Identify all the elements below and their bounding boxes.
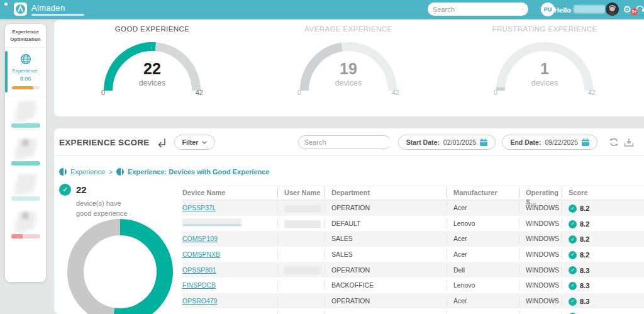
department-cell: OPERATION xyxy=(325,296,447,306)
sidebar-item-experience[interactable]: Experience: 8.06 xyxy=(5,48,46,96)
progress-bar-teal xyxy=(11,161,40,165)
table-row[interactable]: DEFAULTLenovoWINDOWS 11 ...✓8.2 xyxy=(182,216,644,232)
gauge-min: 0 xyxy=(297,89,301,96)
back-arrow-icon[interactable] xyxy=(156,137,167,148)
user-name-cell xyxy=(277,265,325,275)
brand-tagline-blurred xyxy=(31,14,84,16)
os-cell: WINDOWS 11 ... xyxy=(519,280,562,290)
support-headset-icon[interactable]: 5+ xyxy=(635,4,644,13)
device-name-blurred[interactable] xyxy=(182,218,242,226)
user-name-cell xyxy=(277,296,325,306)
score-cell: ✓ xyxy=(562,311,644,314)
header-divider xyxy=(54,155,644,156)
user-name-cell xyxy=(277,218,325,228)
manufacturer-cell: Acer xyxy=(447,203,519,213)
corner-dot xyxy=(4,3,8,6)
filter-button[interactable]: Filter xyxy=(174,135,216,150)
device-link[interactable]: OPSRO479 xyxy=(182,297,217,305)
end-date-picker[interactable]: End Date: 09/22/2025 xyxy=(502,135,597,150)
start-date-value: 02/01/2025 xyxy=(443,138,477,146)
global-search-input[interactable] xyxy=(433,6,522,13)
sidebar-item-label: Experience: xyxy=(5,67,46,75)
table-row[interactable]: COMSP109SALESAcerWINDOWS 11 ...✓8.2 xyxy=(182,231,644,247)
sidebar-item-placeholder[interactable] xyxy=(5,205,46,242)
manufacturer-cell: Dell xyxy=(447,265,519,275)
progress-bar-red xyxy=(11,234,40,238)
column-header[interactable]: Manufacturer xyxy=(447,188,519,198)
table-row[interactable]: FINSPDCBBACKOFFICELenovoWINDOWS 11 ...✓8… xyxy=(182,278,644,293)
user-name-blurred xyxy=(284,205,321,213)
table-search-input[interactable] xyxy=(304,138,394,146)
score-check-icon: ✓ xyxy=(569,205,577,213)
os-cell: WINDOWS 11 ... xyxy=(519,233,562,244)
table-row[interactable]: OPSSP801OPERATIONDellWINDOWS 11 ...✓8.3 xyxy=(182,262,644,278)
sidebar-item-placeholder[interactable] xyxy=(5,169,46,205)
gauge-value: 22 xyxy=(99,60,206,78)
manufacturer-cell: Acer xyxy=(447,249,519,259)
score-progress-bar xyxy=(12,86,40,89)
device-link[interactable]: OPSSP37L xyxy=(182,204,216,211)
blurred-icon xyxy=(18,174,34,192)
device-name-cell: COMSPNXB xyxy=(182,249,277,259)
user-name-blurred xyxy=(574,5,605,13)
sidebar-item-placeholder[interactable] xyxy=(5,96,46,132)
gauge-title: AVERAGE EXPERIENCE xyxy=(250,25,447,33)
start-date-picker[interactable]: Start Date: 02/01/2025 xyxy=(398,135,496,150)
gauge-good-experience[interactable]: GOOD EXPERIENCE 22 devices 042 xyxy=(54,20,250,116)
table-row[interactable]: COMSPNXBSALESAcerWINDOWS 11 ...✓8.2 xyxy=(182,247,644,262)
device-name-cell: OPSRO479 xyxy=(182,296,277,306)
end-date-label: End Date: xyxy=(510,138,541,146)
brand-logo[interactable]: Almaden xyxy=(14,3,84,16)
check-icon: ✓ xyxy=(59,184,71,196)
manufacturer-cell: Lenovo xyxy=(447,218,519,228)
manufacturer-cell: Acer xyxy=(447,296,519,306)
start-date-label: Start Date: xyxy=(406,138,440,146)
device-link[interactable]: OPSSP801 xyxy=(182,266,216,274)
gauge-frustrating-experience[interactable]: FRUSTRATING EXPERIENCE 1 devices 042 xyxy=(447,20,643,116)
download-icon[interactable] xyxy=(624,138,634,147)
summary-count: 22 xyxy=(76,184,87,195)
device-link[interactable]: COMSP109 xyxy=(182,235,218,242)
department-cell xyxy=(325,311,447,314)
column-header[interactable]: User Name xyxy=(277,188,325,198)
device-link[interactable]: FINSPDCB xyxy=(182,281,216,289)
gauge-average-experience[interactable]: AVERAGE EXPERIENCE 19 devices 042 xyxy=(250,20,447,116)
sidebar-item-placeholder[interactable] xyxy=(5,132,46,169)
table-row[interactable]: OPSSP37LOPERATIONAcerWINDOWS 11 ...✓8.2 xyxy=(182,200,644,216)
os-cell: WINDOWS 11 ... xyxy=(519,249,562,259)
breadcrumb-root[interactable]: Experience xyxy=(70,168,105,176)
column-header[interactable]: Operating S... xyxy=(519,188,562,198)
score-value: 8.2 xyxy=(580,205,589,213)
score-cell: ✓8.3 xyxy=(562,280,644,290)
score-check-icon: ✓ xyxy=(569,251,577,259)
device-name-cell xyxy=(182,311,277,314)
end-date-value: 09/22/2025 xyxy=(545,138,578,146)
chevron-down-icon xyxy=(202,141,207,144)
column-header[interactable]: Device Name xyxy=(182,188,277,198)
score-check-icon: ✓ xyxy=(569,266,577,274)
table-row[interactable]: OPSRO479OPERATIONAcerWINDOWS 11 ...✓8.3 xyxy=(182,293,644,309)
gauge-unit: devices xyxy=(491,79,598,87)
experience-gauges-panel: GOOD EXPERIENCE 22 devices 042 AVERAGE E… xyxy=(54,20,644,116)
gauge-unit: devices xyxy=(99,79,206,87)
gauge-title: FRUSTRATING EXPERIENCE xyxy=(447,25,643,33)
user-avatar[interactable] xyxy=(606,3,619,16)
department-cell: DEFAULT xyxy=(325,218,447,228)
department-cell: SALES xyxy=(325,233,447,244)
breadcrumb: Experience > Experience: Devices with Go… xyxy=(59,168,269,176)
table-header-row: Device NameUser NameDepartmentManufactur… xyxy=(182,186,644,200)
device-link[interactable]: COMSPNXB xyxy=(182,250,220,258)
refresh-icon[interactable] xyxy=(609,137,619,147)
settings-gear-icon[interactable]: ⚙ xyxy=(623,4,631,14)
user-initials-chip[interactable]: PU xyxy=(541,3,555,16)
blurred-icon xyxy=(18,101,34,119)
column-header[interactable]: Department xyxy=(325,188,447,198)
device-name-cell: OPSSP801 xyxy=(182,265,277,275)
score-value: 8.2 xyxy=(580,220,589,228)
gauge-unit: devices xyxy=(295,79,402,87)
sidebar: Experience Optimization Experience: 8.06 xyxy=(5,24,46,282)
column-header[interactable]: Score xyxy=(562,188,644,198)
devices-table: Device NameUser NameDepartmentManufactur… xyxy=(182,186,644,314)
table-row[interactable]: ✓ xyxy=(182,308,644,314)
department-cell: OPERATION xyxy=(325,203,447,213)
